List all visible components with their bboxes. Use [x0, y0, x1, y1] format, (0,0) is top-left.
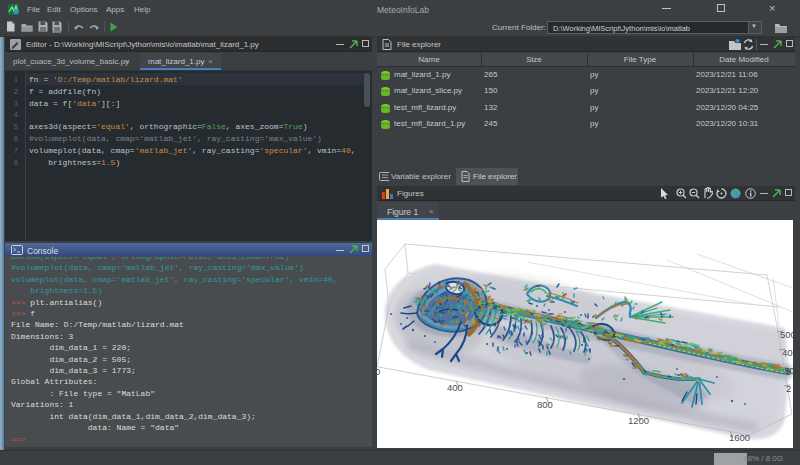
svg-text:30: 30 [784, 365, 793, 376]
svg-text:800: 800 [537, 399, 553, 410]
svg-text:2: 2 [786, 383, 791, 394]
svg-text:1600: 1600 [729, 432, 750, 443]
svg-text:1200: 1200 [628, 415, 649, 426]
svg-text:500: 500 [780, 329, 793, 340]
svg-text:400: 400 [447, 382, 463, 393]
svg-text:0: 0 [377, 366, 380, 377]
svg-text:400: 400 [782, 347, 793, 358]
